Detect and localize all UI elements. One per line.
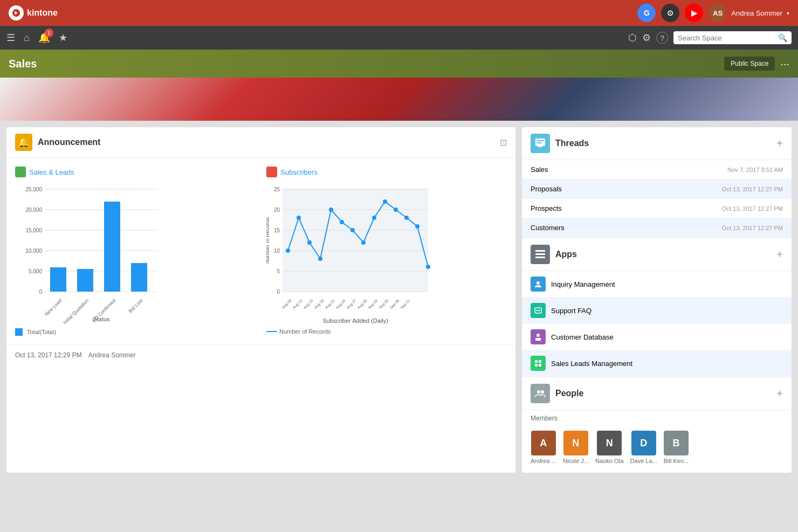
thread-item[interactable]: ProspectsOct 13, 2017 12:27 PM (522, 199, 792, 218)
second-bar-left: ☰ ⌂ 🔔 1 ★ (6, 32, 67, 44)
svg-text:Number of Records: Number of Records (266, 217, 270, 264)
search-input[interactable] (678, 34, 775, 42)
line-chart-label-row: Subscribers (266, 167, 507, 177)
app-name: Inquiry Management (551, 280, 615, 288)
threads-section: Threads + SalesNov 7, 2017 8:51 AMPropos… (522, 127, 792, 238)
more-options-icon[interactable]: ··· (780, 58, 789, 70)
svg-point-75 (536, 334, 540, 337)
svg-text:0: 0 (39, 289, 42, 295)
user-info[interactable]: AS Andrea Sommer ▾ (708, 4, 789, 22)
dropdown-arrow-icon[interactable]: ▾ (787, 10, 789, 16)
member-name: Dave La... (630, 458, 657, 464)
member-item[interactable]: B Bill Ken... (664, 431, 689, 464)
search-icon[interactable]: 🔍 (778, 33, 787, 42)
member-item[interactable]: D Dave La... (630, 431, 657, 464)
top-bar-right: G ⊙ ▶ AS Andrea Sommer ▾ (637, 4, 789, 22)
home-icon[interactable]: ⌂ (24, 32, 30, 44)
svg-point-47 (415, 224, 419, 229)
subscribers-title[interactable]: Subscribers (280, 168, 318, 176)
member-item[interactable]: N Nicole J... (563, 431, 589, 464)
share-icon[interactable]: ⬡ (628, 32, 637, 44)
member-name: Andrea ... (531, 458, 556, 464)
line-chart-section: Subscribers 25 (266, 167, 507, 336)
subscribers-icon (266, 167, 277, 177)
app-icon-teal (531, 303, 546, 318)
banner-image (0, 78, 798, 121)
google-icon[interactable]: G (637, 4, 656, 22)
thread-item[interactable]: ProposalsOct 13, 2017 12:27 PM (522, 179, 792, 199)
svg-point-41 (350, 228, 355, 232)
people-section: People + Members A Andrea ... N Nicole J… (522, 377, 792, 473)
space-name: Sales (9, 58, 37, 70)
left-panel: 🔔 Announcement ⊡ Sales & Leads (6, 127, 515, 473)
threads-icon-box (531, 134, 550, 153)
app-item[interactable]: Customer Database (522, 324, 792, 350)
member-avatar: N (597, 431, 622, 455)
svg-point-35 (286, 248, 290, 253)
svg-rect-13 (50, 267, 66, 292)
svg-point-44 (383, 199, 387, 204)
search-bar[interactable]: 🔍 (673, 31, 792, 44)
thread-date: Oct 13, 2017 12:27 PM (722, 205, 783, 212)
dot-icon[interactable]: ⊙ (661, 4, 679, 22)
bell-icon[interactable]: 🔔 1 (38, 32, 50, 44)
svg-text:Aug 24: Aug 24 (335, 299, 346, 310)
youtube-icon[interactable]: ▶ (685, 4, 703, 22)
svg-rect-68 (535, 253, 545, 255)
sales-leads-title[interactable]: Sales & Leads (29, 168, 74, 176)
thread-name: Sales (531, 165, 548, 174)
top-bar: kintone G ⊙ ▶ AS Andrea Sommer ▾ (0, 0, 798, 26)
edit-icon[interactable]: ⊡ (500, 137, 507, 148)
svg-text:Sep 02: Sep 02 (367, 299, 379, 310)
svg-text:5,000: 5,000 (29, 268, 42, 274)
svg-point-36 (297, 216, 301, 220)
svg-rect-79 (535, 364, 538, 367)
thread-name: Prospects (531, 204, 562, 212)
kintone-logo[interactable]: kintone (9, 5, 58, 20)
thread-name: Proposals (531, 185, 562, 193)
apps-header-left: Apps (531, 245, 577, 264)
svg-point-43 (372, 216, 376, 220)
settings-icon[interactable]: ⚙ (642, 32, 651, 44)
svg-text:Subscriber Added (Daily): Subscriber Added (Daily) (322, 317, 388, 324)
app-item[interactable]: Support FAQ (522, 298, 792, 324)
app-icon-purple (531, 329, 546, 344)
member-name: Naoko Ota (595, 458, 624, 464)
notification-badge: 1 (45, 29, 53, 37)
app-item[interactable]: Sales Leads Management (522, 350, 792, 377)
line-chart: 25 20 15 10 5 0 (266, 184, 439, 324)
app-name: Support FAQ (551, 307, 591, 315)
footer-date: Oct 13, 2017 12:29 PM (15, 351, 81, 359)
svg-text:New Lead: New Lead (44, 298, 63, 317)
svg-rect-65 (536, 142, 542, 143)
svg-point-46 (404, 216, 409, 220)
thread-item[interactable]: SalesNov 7, 2017 8:51 AM (522, 160, 792, 179)
threads-add-icon[interactable]: + (776, 137, 783, 150)
help-icon[interactable]: ? (656, 32, 668, 44)
svg-text:15: 15 (274, 227, 280, 233)
svg-rect-69 (535, 257, 545, 258)
svg-text:5: 5 (277, 268, 280, 274)
user-name: Andrea Sommer (731, 9, 782, 17)
svg-text:Sep 05: Sep 05 (378, 299, 389, 310)
member-avatar: B (664, 431, 689, 455)
apps-add-icon[interactable]: + (776, 248, 783, 261)
brand-name: kintone (27, 8, 58, 18)
svg-text:25,000: 25,000 (25, 186, 42, 192)
app-item[interactable]: Inquiry Management (522, 271, 792, 298)
svg-rect-15 (104, 202, 120, 292)
svg-text:Sep 11: Sep 11 (400, 299, 411, 310)
public-space-button[interactable]: Public Space (724, 57, 775, 71)
charts-area: Sales & Leads 25,000 20,000 (6, 158, 515, 344)
svg-text:Aug 27: Aug 27 (346, 299, 357, 310)
svg-text:Aug 21: Aug 21 (324, 299, 335, 310)
member-item[interactable]: N Naoko Ota (595, 431, 624, 464)
member-item[interactable]: A Andrea ... (531, 431, 556, 464)
menu-icon[interactable]: ☰ (6, 32, 15, 44)
people-add-icon[interactable]: + (776, 388, 783, 400)
svg-point-45 (394, 208, 398, 212)
thread-item[interactable]: CustomersOct 13, 2017 12:27 PM (522, 218, 792, 238)
svg-text:0: 0 (277, 289, 280, 295)
star-icon[interactable]: ★ (59, 32, 67, 44)
svg-rect-70 (535, 250, 537, 252)
